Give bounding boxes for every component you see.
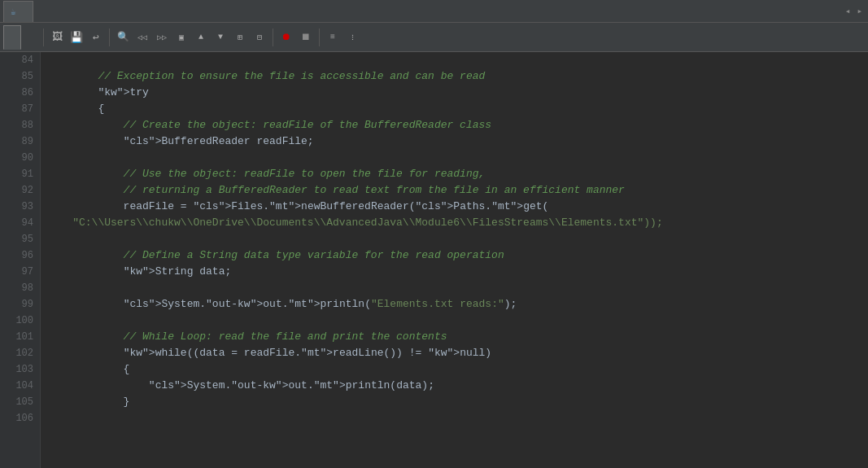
table-row	[47, 231, 868, 247]
line-number: 89	[0, 133, 40, 150]
table-row: "cls">System."out-kw">out."mt">println(d…	[47, 378, 868, 394]
table-row: // Define a String data type variable fo…	[47, 247, 868, 264]
toolbar: 🖼 💾 ↩ 🔍 ◁◁ ▷▷ ▣ ▲ ▼ ⊞ ⊟ ⏺ ⏹ ≡ ⫶	[0, 23, 868, 52]
line-number: 98	[0, 280, 40, 296]
toolbar-btn-col2[interactable]: ⫶	[343, 28, 361, 46]
table-row: // While Loop: read the file and print t…	[47, 329, 868, 345]
search-icon: 🔍	[117, 31, 129, 43]
record-icon: ⏺	[281, 31, 291, 43]
line-numbers: 8485868788899091929394959697989910010110…	[0, 52, 41, 468]
line-number: 91	[0, 166, 40, 182]
col1-icon: ≡	[330, 33, 335, 42]
toolbar-btn-undo[interactable]: ↩	[87, 28, 105, 46]
nav-arrows: ◂ ▸	[843, 6, 865, 16]
toolbar-separator-1	[43, 28, 44, 46]
table-row	[47, 280, 868, 296]
mark-prev-icon: ▲	[198, 33, 203, 42]
line-number: 96	[0, 247, 40, 264]
line-number: 106	[0, 410, 40, 426]
toolbar-btn-mark-all[interactable]: ⊞	[231, 28, 249, 46]
java-file-icon: ☕	[11, 7, 16, 17]
toolbar-btn-find-prev[interactable]: ◁◁	[133, 28, 151, 46]
nav-right-icon[interactable]: ▸	[854, 6, 865, 16]
table-row	[47, 313, 868, 329]
line-number: 105	[0, 394, 40, 410]
toolbar-btn-record[interactable]: ⏺	[277, 28, 295, 46]
line-number: 86	[0, 85, 40, 101]
table-row: {	[47, 361, 868, 378]
mark-all-icon: ⊞	[238, 33, 242, 42]
line-number: 97	[0, 264, 40, 280]
table-row: // Use the object: readFile to open the …	[47, 166, 868, 182]
line-number: 92	[0, 182, 40, 199]
clear-marks-icon: ⊟	[257, 33, 262, 42]
table-row: {	[47, 101, 868, 117]
line-number: 87	[0, 101, 40, 117]
code-area: 8485868788899091929394959697989910010110…	[0, 52, 868, 468]
find-next-icon: ▷▷	[157, 33, 167, 42]
code-content[interactable]: // Exception to ensure the file is acces…	[41, 52, 868, 468]
toolbar-separator-3	[273, 28, 273, 46]
table-row: "cls">BufferedReader readFile;	[47, 133, 868, 150]
table-row: "kw">try	[47, 85, 868, 101]
toolbar-btn-stop[interactable]: ⏹	[297, 28, 315, 46]
line-number: 88	[0, 117, 40, 133]
table-row: }	[47, 394, 868, 410]
toolbar-separator-2	[109, 28, 110, 46]
nav-left-icon[interactable]: ◂	[843, 6, 853, 16]
line-number: 85	[0, 68, 40, 85]
mark-next-icon: ▼	[218, 33, 223, 42]
file-tab[interactable]: ☕	[3, 1, 33, 22]
table-row	[47, 150, 868, 166]
toolbar-btn-mark-prev[interactable]: ▲	[192, 28, 210, 46]
history-back-icon: 🖼	[52, 31, 63, 43]
line-number: 100	[0, 313, 40, 329]
table-row: "cls">System."out-kw">out."mt">println("…	[47, 296, 868, 313]
toolbar-btn-mark-next[interactable]: ▼	[212, 28, 229, 46]
title-bar: ☕ ◂ ▸	[0, 0, 868, 23]
toolbar-btn-history-back[interactable]: 🖼	[48, 28, 66, 46]
line-number: 103	[0, 361, 40, 378]
toolbar-btn-find-next[interactable]: ▷▷	[153, 28, 171, 46]
tab-history[interactable]	[23, 25, 39, 50]
line-number: 84	[0, 52, 40, 68]
table-row: "kw">String data;	[47, 264, 868, 280]
line-number: 95	[0, 231, 40, 247]
find-prev-icon: ◁◁	[137, 33, 147, 42]
line-number: 94	[0, 215, 40, 231]
line-number: 99	[0, 296, 40, 313]
toolbar-btn-clear-marks[interactable]: ⊟	[251, 28, 268, 46]
line-number: 93	[0, 199, 40, 215]
line-number: 90	[0, 150, 40, 166]
toolbar-btn-search[interactable]: 🔍	[114, 28, 132, 46]
table-row: "kw">while((data = readFile."mt">readLin…	[47, 345, 868, 361]
toolbar-separator-4	[319, 28, 320, 46]
table-row: // returning a BufferedReader to read te…	[47, 182, 868, 199]
table-row: // Exception to ensure the file is acces…	[47, 68, 868, 85]
table-row: // Create the object: readFile of the Bu…	[47, 117, 868, 133]
table-row: "C:\\Users\\chukw\\OneDrive\\Documents\\…	[47, 215, 868, 231]
table-row: readFile = "cls">Files."mt">newBufferedR…	[47, 199, 868, 215]
toolbar-btn-col1[interactable]: ≡	[324, 28, 342, 46]
line-number: 104	[0, 378, 40, 394]
toolbar-btn-save[interactable]: 💾	[68, 28, 85, 46]
table-row	[47, 410, 868, 426]
table-row	[47, 52, 868, 68]
toggle-mark-icon: ▣	[179, 33, 184, 42]
line-number: 101	[0, 329, 40, 345]
save-icon: 💾	[70, 31, 83, 44]
undo-icon: ↩	[93, 31, 99, 44]
line-number: 102	[0, 345, 40, 361]
col2-icon: ⫶	[351, 33, 355, 42]
stop-icon: ⏹	[301, 31, 311, 43]
toolbar-btn-toggle-mark[interactable]: ▣	[172, 28, 190, 46]
tab-source[interactable]	[3, 25, 21, 50]
